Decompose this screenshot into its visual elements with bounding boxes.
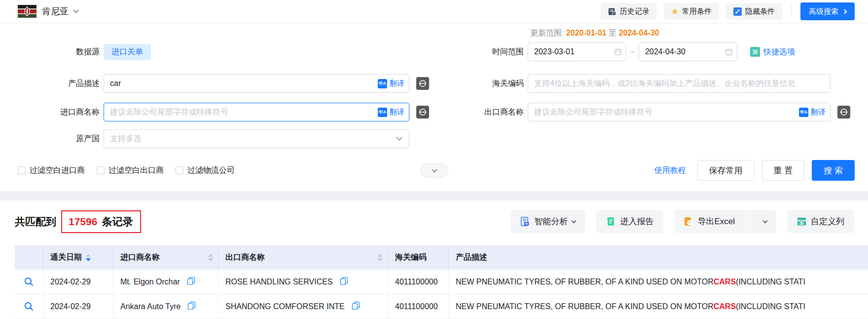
sort-desc-icon[interactable] — [208, 258, 213, 261]
sort-control[interactable] — [86, 254, 91, 261]
desc-text: (INCLUDING STATI — [736, 278, 805, 286]
header-exporter[interactable]: 出口商名称 — [218, 245, 388, 270]
checkbox[interactable] — [97, 166, 105, 174]
checkbox-label[interactable]: 过滤空白出口商 — [108, 165, 164, 176]
sort-asc-icon[interactable] — [378, 254, 383, 257]
update-range: 更新范围: 2020-01-01 至 2024-04-30 — [530, 28, 659, 39]
record-count-suffix: 条记录 — [102, 215, 133, 229]
exclude-keywords-icon[interactable] — [837, 106, 850, 119]
start-date-input[interactable] — [528, 42, 626, 61]
header-importer-label: 进口商名称 — [120, 252, 160, 263]
importer-field: 中A 翻译 — [104, 103, 409, 121]
exporter-name[interactable]: ROSE HANDLING SERVICES — [225, 278, 333, 286]
bi-document-icon: BI — [520, 217, 530, 226]
filter-blank-exporter[interactable]: 过滤空白出口商 — [97, 165, 164, 176]
sort-desc-icon-active[interactable] — [86, 258, 91, 261]
checkbox-label[interactable]: 过滤物流公司 — [187, 165, 235, 176]
quick-options-link[interactable]: ⌘ 快捷选项 — [750, 47, 795, 57]
filter-logistics[interactable]: 过滤物流公司 — [176, 165, 235, 176]
annotation-box: 17596 条记录 — [61, 210, 141, 233]
end-date-field[interactable] — [639, 42, 737, 61]
date-cell: 2024-02-29 — [43, 270, 113, 294]
hs-code-label: 海关编码 — [409, 79, 528, 89]
translate-button[interactable]: 中A 翻译 — [799, 103, 826, 121]
command-icon: ⌘ — [750, 47, 760, 57]
smart-analysis-button[interactable]: BI 智能分析 — [510, 210, 585, 233]
table-row: 2024-02-29 Mt. Elgon Orchar ROSE HANDLIN… — [15, 270, 868, 294]
sort-asc-icon[interactable] — [86, 254, 91, 257]
sort-control[interactable] — [378, 254, 383, 261]
save-common-button[interactable]: 保存常用 — [697, 160, 755, 181]
header-hs-code: 海关编码 — [388, 245, 449, 270]
exporter-row: 出口商名称 中A 翻译 — [409, 103, 850, 121]
translate-button[interactable]: 中A 翻译 — [378, 74, 404, 93]
checkbox-label[interactable]: 过滤空白进口商 — [30, 165, 85, 176]
copy-icon[interactable] — [352, 301, 360, 312]
history-button[interactable]: 历史记录 — [601, 3, 657, 20]
exporter-name[interactable]: SHANDONG COMFORSER INTE — [225, 302, 345, 311]
hide-conditions-button[interactable]: 隐藏条件 — [726, 3, 782, 20]
origin-country-input[interactable] — [104, 129, 409, 148]
importer-name[interactable]: Mt. Elgon Orchar — [120, 278, 180, 286]
form-actions: 使用教程 保存常用 重 置 搜 索 — [654, 160, 855, 181]
product-desc-cell: NEW PNEUMATIC TYRES, OF RUBBER, OF A KIN… — [449, 294, 868, 319]
header-date[interactable]: 通关日期 — [43, 245, 113, 270]
chevron-right-icon — [842, 9, 847, 14]
export-options-button[interactable] — [754, 210, 776, 233]
importer-input[interactable] — [104, 103, 409, 121]
top-bar: 肯尼亚 历史记录 ★ 常用条件 — [0, 0, 868, 23]
translate-icon: 中A — [378, 79, 387, 88]
export-file-icon — [684, 217, 693, 226]
end-date-input[interactable] — [639, 42, 737, 61]
product-desc-input[interactable] — [104, 74, 409, 93]
advanced-search-button[interactable]: 高级搜索 — [800, 2, 855, 20]
filter-blank-importer[interactable]: 过滤空白进口商 — [18, 165, 85, 176]
exporter-field: 中A 翻译 — [528, 103, 831, 121]
header-hs-code-label: 海关编码 — [395, 252, 427, 263]
importer-name[interactable]: Ankara Auto Tyre — [120, 302, 181, 311]
copy-icon[interactable] — [187, 277, 195, 287]
hs-code-cell: 4011100000 — [388, 294, 449, 319]
enter-report-button[interactable]: 进入报告 — [596, 210, 663, 233]
sort-desc-icon[interactable] — [378, 258, 383, 261]
sort-control[interactable] — [208, 254, 213, 261]
sort-asc-icon[interactable] — [208, 254, 213, 257]
time-range-label: 时间范围 — [409, 47, 528, 57]
hs-code-input[interactable] — [528, 74, 831, 93]
chevron-down-icon — [73, 7, 78, 13]
origin-country-row: 原产国 — [0, 129, 409, 148]
header-date-label: 通关日期 — [50, 252, 82, 263]
magnifier-icon[interactable] — [24, 301, 34, 312]
country-selector[interactable]: 肯尼亚 — [18, 5, 78, 18]
checkbox[interactable] — [18, 166, 26, 174]
desc-text: NEW PNEUMATIC TYRES, OF RUBBER, OF A KIN… — [456, 302, 714, 311]
desc-highlight: CARS — [714, 302, 736, 311]
header-detail-column — [15, 245, 43, 270]
smart-analysis-label: 智能分析 — [534, 216, 568, 227]
product-desc-label: 产品描述 — [0, 79, 104, 89]
copy-icon[interactable] — [340, 277, 348, 287]
start-date-field[interactable] — [528, 42, 626, 61]
favorites-button[interactable]: ★ 常用条件 — [664, 3, 719, 20]
search-button[interactable]: 搜 索 — [812, 160, 855, 181]
expand-conditions-button[interactable] — [420, 163, 448, 178]
data-source-row: 数据源 进口关单 — [0, 42, 151, 61]
origin-country-label: 原产国 — [0, 134, 104, 144]
translate-button[interactable]: 中A 翻译 — [378, 103, 404, 121]
exporter-cell: SHANDONG COMFORSER INTE — [218, 294, 388, 319]
checkbox[interactable] — [176, 166, 183, 174]
reset-button[interactable]: 重 置 — [762, 160, 805, 181]
custom-columns-button[interactable]: 自定义列 — [787, 210, 854, 233]
quick-options-label: 快捷选项 — [763, 47, 795, 57]
desc-text: NEW PNEUMATIC TYRES, OF RUBBER, OF A KIN… — [456, 278, 714, 286]
origin-country-select[interactable] — [104, 129, 409, 148]
export-excel-button[interactable]: 导出Excel — [674, 210, 744, 233]
exporter-input[interactable] — [528, 103, 831, 121]
header-importer[interactable]: 进口商名称 — [113, 245, 218, 270]
copy-icon[interactable] — [187, 301, 196, 312]
header-product-desc-label: 产品描述 — [456, 252, 487, 263]
header-exporter-label: 出口商名称 — [225, 252, 265, 263]
magnifier-icon[interactable] — [24, 277, 34, 287]
data-source-chip[interactable]: 进口关单 — [104, 44, 151, 60]
tutorial-link[interactable]: 使用教程 — [654, 165, 686, 176]
